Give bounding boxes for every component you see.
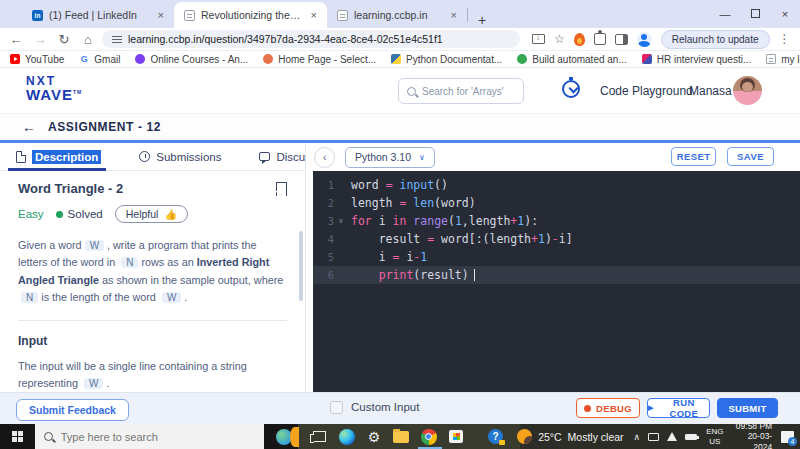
language-indicator[interactable]: ENG US <box>706 427 723 446</box>
code-lines: 1word = input()2length = len(word)3∨for … <box>313 176 800 284</box>
back-arrow-icon[interactable]: ← <box>22 119 36 135</box>
helpful-button[interactable]: Helpful👍 <box>115 205 188 223</box>
code-line[interactable]: 2length = len(word) <box>313 194 800 212</box>
maximize-icon <box>751 9 760 18</box>
settings-button[interactable]: ⚙ <box>360 424 387 449</box>
store-button[interactable] <box>442 424 469 449</box>
tab-description[interactable]: Description <box>10 150 107 164</box>
code-line[interactable]: 1word = input() <box>313 176 800 194</box>
code-line[interactable]: 5 i = i-1 <box>313 248 800 266</box>
code-line[interactable]: 4 result = word[:(length+1)-i] <box>313 230 800 248</box>
bookmark-youtube[interactable]: YouTube <box>10 54 64 65</box>
difficulty-badge: Easy <box>18 208 44 220</box>
tray-expand-icon[interactable]: ∧ <box>634 432 641 442</box>
streak-flame-icon[interactable] <box>574 33 585 46</box>
thumbs-up-icon: 👍 <box>164 209 176 220</box>
custom-input-checkbox[interactable] <box>330 401 343 414</box>
notification-center-icon[interactable] <box>781 431 794 443</box>
timer-icon[interactable] <box>562 80 580 98</box>
clock[interactable]: 09:58 PM 20-03-2024 <box>733 421 773 449</box>
new-tab-button[interactable]: + <box>468 12 496 28</box>
site-icon <box>263 54 273 64</box>
close-tab-icon[interactable]: × <box>309 9 319 21</box>
solved-badge: Solved <box>56 208 103 220</box>
code-chip: N <box>121 257 138 268</box>
reset-button[interactable]: RESET <box>671 147 716 166</box>
date-label: 20-03-2024 <box>733 431 773 449</box>
bookmark-online-courses[interactable]: Online Courses - An... <box>135 54 248 65</box>
code-chip: N <box>21 292 38 303</box>
bookmark-learning-portal[interactable]: my learning portal <box>766 54 800 65</box>
search-input[interactable] <box>422 86 515 97</box>
browser-menu-icon[interactable]: ⋮ <box>779 32 791 46</box>
close-window-button[interactable]: × <box>770 8 800 20</box>
edge-button[interactable] <box>333 424 360 449</box>
file-explorer-button[interactable] <box>388 424 415 449</box>
back-icon[interactable]: ← <box>6 32 26 47</box>
tab-learning-ccbp[interactable]: learning.ccbp.in × <box>327 2 467 28</box>
user-avatar[interactable] <box>733 76 762 105</box>
problem-content: Word Triangle - 2 Easy Solved Helpful👍 G… <box>0 171 305 394</box>
problem-tabs: Description Submissions Discuss <box>0 143 305 171</box>
language-dropdown[interactable]: Python 3.10 ∨ <box>345 147 435 168</box>
problem-description: Given a wordW, write a program that prin… <box>18 237 287 307</box>
debug-button[interactable]: DEBUG <box>576 398 640 418</box>
site-info-icon[interactable] <box>112 36 122 43</box>
header-search-box[interactable] <box>398 78 524 104</box>
tab-submissions[interactable]: Submissions <box>133 151 227 163</box>
code-playground-link[interactable]: Code Playground <box>600 84 693 98</box>
tab-linkedin[interactable]: in (1) Feed | LinkedIn × <box>22 2 174 28</box>
battery-tray-icon[interactable] <box>685 434 697 440</box>
profile-avatar-icon[interactable] <box>637 32 652 47</box>
clock-icon <box>139 151 150 162</box>
weather-widget[interactable]: 25°C Mostly clear <box>517 429 623 444</box>
taskbar-search-input[interactable] <box>61 431 256 443</box>
reload-icon[interactable]: ↻ <box>54 32 74 47</box>
custom-input-label: Custom Input <box>351 401 419 413</box>
side-panel-icon[interactable] <box>615 34 628 45</box>
nxtwave-logo[interactable]: NXT WAVETM <box>26 75 82 102</box>
minimize-button[interactable]: — <box>710 8 740 20</box>
home-icon[interactable]: ⌂ <box>78 32 98 47</box>
submit-button[interactable]: SUBMIT <box>717 398 778 418</box>
save-button[interactable]: SAVE <box>727 147 774 166</box>
bookmarks-bar: YouTube GGmail Online Courses - An... Ho… <box>0 51 800 68</box>
bookmark-icon[interactable] <box>276 182 287 196</box>
forward-icon[interactable]: → <box>30 32 50 47</box>
bookmark-build-automated[interactable]: Build automated an... <box>517 54 627 65</box>
browser-tab-strip: in (1) Feed | LinkedIn × Revolutionizing… <box>0 0 800 28</box>
close-tab-icon[interactable]: × <box>156 9 166 21</box>
help-button[interactable]: ? <box>482 424 509 449</box>
code-editor[interactable]: 1word = input()2length = len(word)3∨for … <box>313 171 800 392</box>
display-tray-icon[interactable] <box>648 433 659 441</box>
bookmark-hr-interview[interactable]: HR interview questi... <box>642 54 751 65</box>
taskbar-search-box[interactable] <box>35 424 265 449</box>
code-line[interactable]: 3∨for i in range(1,length+1): <box>313 212 800 230</box>
windows-logo-icon <box>12 431 23 442</box>
install-icon[interactable] <box>532 34 545 44</box>
relaunch-update-button[interactable]: Relaunch to update <box>661 30 770 49</box>
bookmark-gmail[interactable]: GGmail <box>79 54 120 65</box>
tab-active-job-market[interactable]: Revolutionizing the Job Marke... × <box>174 2 327 28</box>
panel-scrollbar[interactable] <box>299 231 303 301</box>
start-button[interactable] <box>0 424 35 449</box>
collapse-panel-button[interactable]: ‹ <box>314 147 335 168</box>
close-tab-icon[interactable]: × <box>449 9 459 21</box>
bookmark-home-page[interactable]: Home Page - Select... <box>263 54 376 65</box>
submit-feedback-button[interactable]: Submit Feedback <box>16 399 129 421</box>
run-code-button[interactable]: ▶RUN CODE <box>647 398 710 418</box>
maximize-button[interactable] <box>740 8 770 20</box>
temperature-label: 25°C <box>538 431 561 443</box>
extensions-puzzle-icon[interactable] <box>594 33 606 45</box>
solved-dot-icon <box>56 211 63 218</box>
chrome-button[interactable] <box>415 424 442 449</box>
network-tray-icon[interactable] <box>667 432 677 441</box>
bookmark-python-docs[interactable]: Python Documentat... <box>391 54 502 65</box>
bookmark-star-icon[interactable]: ☆ <box>554 32 565 46</box>
url-omnibox[interactable]: learning.ccbp.in/question/3497b7da-2934-… <box>102 30 520 48</box>
gear-icon: ⚙ <box>368 429 381 445</box>
chrome-icon <box>421 429 437 445</box>
code-line[interactable]: 6 print(result) <box>313 266 800 284</box>
task-view-button[interactable] <box>306 424 333 449</box>
widgets-button[interactable] <box>270 424 297 449</box>
